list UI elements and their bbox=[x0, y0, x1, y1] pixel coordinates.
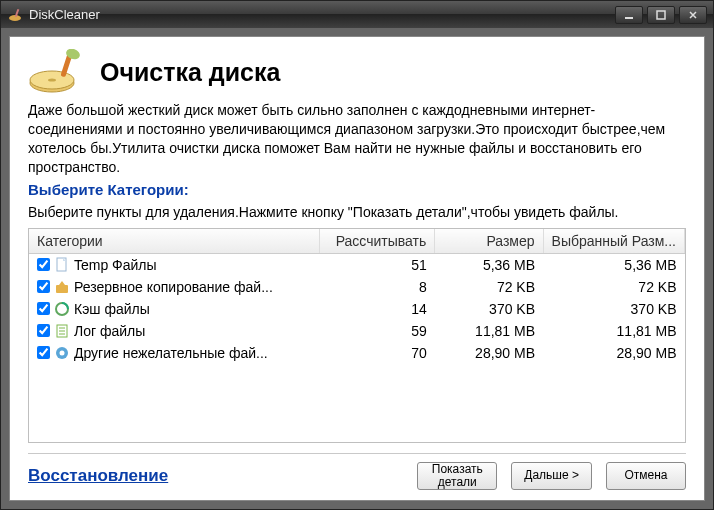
page-title: Очистка диска bbox=[100, 58, 280, 87]
window-title: DiskCleaner bbox=[29, 7, 100, 22]
row-selected: 11,81 MB bbox=[543, 320, 684, 342]
minimize-button[interactable] bbox=[615, 6, 643, 24]
svg-rect-3 bbox=[657, 11, 665, 19]
disk-cleanup-icon bbox=[28, 49, 88, 95]
row-count: 51 bbox=[319, 253, 435, 276]
row-name: Лог файлы bbox=[74, 323, 145, 339]
close-button[interactable] bbox=[679, 6, 707, 24]
row-count: 70 bbox=[319, 342, 435, 364]
svg-rect-2 bbox=[625, 17, 633, 19]
row-checkbox[interactable] bbox=[37, 302, 50, 315]
page-icon bbox=[54, 257, 70, 273]
svg-point-17 bbox=[60, 350, 65, 355]
svg-rect-10 bbox=[56, 285, 68, 293]
categories-subheading: Выберите Категории: bbox=[28, 181, 686, 198]
description-text: Даже большой жесткий диск может быть сил… bbox=[28, 101, 686, 177]
table-row[interactable]: Кэш файлы14370 KB370 KB bbox=[29, 298, 685, 320]
row-size: 72 KB bbox=[435, 276, 543, 298]
row-size: 28,90 MB bbox=[435, 342, 543, 364]
show-details-button[interactable]: Показать детали bbox=[417, 462, 497, 490]
footer: Восстановление Показать детали Дальше > … bbox=[28, 453, 686, 490]
row-name: Резервное копирование фай... bbox=[74, 279, 273, 295]
col-size[interactable]: Размер bbox=[435, 229, 543, 254]
cancel-button[interactable]: Отмена bbox=[606, 462, 686, 490]
row-size: 370 KB bbox=[435, 298, 543, 320]
row-checkbox[interactable] bbox=[37, 280, 50, 293]
row-selected: 28,90 MB bbox=[543, 342, 684, 364]
row-name: Другие нежелательные фай... bbox=[74, 345, 268, 361]
row-count: 8 bbox=[319, 276, 435, 298]
maximize-button[interactable] bbox=[647, 6, 675, 24]
next-button[interactable]: Дальше > bbox=[511, 462, 592, 490]
svg-point-6 bbox=[48, 78, 56, 81]
col-category[interactable]: Категории bbox=[29, 229, 319, 254]
table-row[interactable]: Лог файлы5911,81 MB11,81 MB bbox=[29, 320, 685, 342]
cache-icon bbox=[54, 301, 70, 317]
row-count: 14 bbox=[319, 298, 435, 320]
table-row[interactable]: Другие нежелательные фай...7028,90 MB28,… bbox=[29, 342, 685, 364]
row-size: 11,81 MB bbox=[435, 320, 543, 342]
col-count[interactable]: Рассчитывать bbox=[319, 229, 435, 254]
row-selected: 370 KB bbox=[543, 298, 684, 320]
row-name: Temp Файлы bbox=[74, 257, 157, 273]
main-panel: Очистка диска Даже большой жесткий диск … bbox=[9, 36, 705, 501]
log-icon bbox=[54, 323, 70, 339]
row-checkbox[interactable] bbox=[37, 258, 50, 271]
backup-icon bbox=[54, 279, 70, 295]
row-count: 59 bbox=[319, 320, 435, 342]
row-checkbox[interactable] bbox=[37, 324, 50, 337]
junk-icon bbox=[54, 345, 70, 361]
recovery-link[interactable]: Восстановление bbox=[28, 466, 168, 486]
categories-table: Категории Рассчитывать Размер Выбранный … bbox=[28, 228, 686, 443]
row-selected: 5,36 MB bbox=[543, 253, 684, 276]
titlebar: DiskCleaner bbox=[0, 0, 714, 28]
col-selected-size[interactable]: Выбранный Разм... bbox=[543, 229, 684, 254]
row-size: 5,36 MB bbox=[435, 253, 543, 276]
table-row[interactable]: Temp Файлы515,36 MB5,36 MB bbox=[29, 253, 685, 276]
row-checkbox[interactable] bbox=[37, 346, 50, 359]
instruction-text: Выберите пункты для удаления.Нажмите кно… bbox=[28, 204, 686, 220]
table-row[interactable]: Резервное копирование фай...872 KB72 KB bbox=[29, 276, 685, 298]
app-icon bbox=[7, 7, 23, 23]
row-selected: 72 KB bbox=[543, 276, 684, 298]
row-name: Кэш файлы bbox=[74, 301, 150, 317]
